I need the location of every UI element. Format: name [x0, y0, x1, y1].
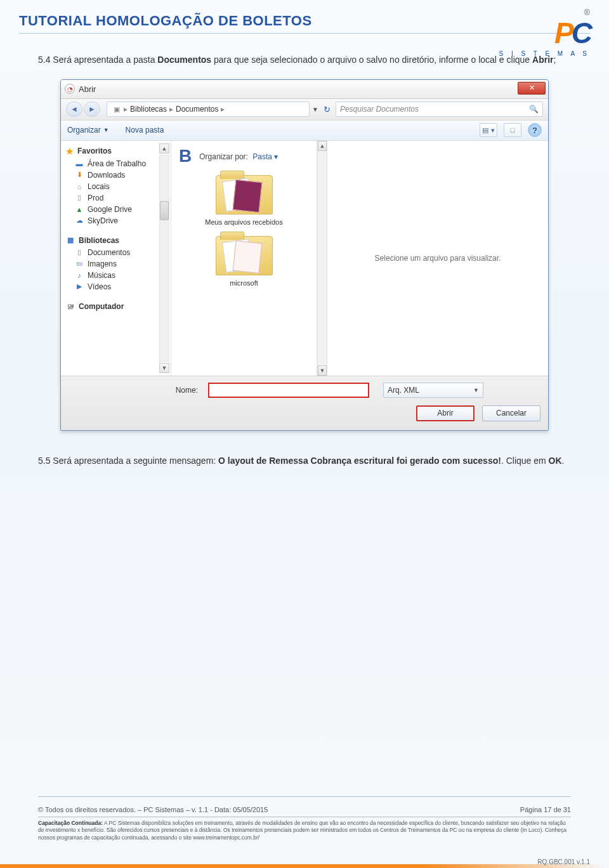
nav-item-downloads[interactable]: ⬇Downloads	[61, 169, 171, 181]
text: 5.5 Será apresentada a seguinte mensagem…	[38, 456, 218, 466]
nav-item-images[interactable]: ▭Imagens	[61, 258, 171, 270]
label: Downloads	[88, 171, 125, 180]
scroll-thumb[interactable]	[160, 201, 169, 220]
view-mode-button[interactable]: ▤ ▾	[480, 123, 497, 137]
arrange-by[interactable]: Organizar por: Pasta ▾	[199, 152, 278, 161]
scrollbar[interactable]	[159, 155, 169, 362]
label: SkyDrive	[88, 216, 118, 225]
text: para que seja selecionado o arquivo o sa…	[211, 55, 532, 65]
text-bold: O layout de Remessa Cobrança escritural …	[218, 456, 501, 466]
nav-item-skydrive[interactable]: ☁SkyDrive	[61, 215, 171, 227]
app-icon: ◔	[65, 84, 75, 94]
doc-icon: ▯	[75, 248, 84, 257]
label: Vídeos	[88, 282, 111, 291]
logo-subtitle: S I S T E M A S	[499, 50, 590, 57]
label: Organizar	[67, 126, 101, 135]
folder-icon	[216, 236, 273, 275]
open-button[interactable]: Abrir	[416, 405, 475, 421]
nav-libraries[interactable]: ▦Bibliotecas	[61, 234, 171, 247]
label: Documentos	[88, 248, 130, 257]
gdrive-icon: ▲	[75, 205, 84, 214]
step-5-4: 5.4 Será apresentada a pasta Documentos …	[38, 53, 571, 68]
places-icon: ⌂	[75, 182, 84, 191]
computer-icon: 🖳	[66, 302, 75, 311]
caption-text: A PC Sistemas disponibiliza soluções em …	[38, 820, 566, 841]
close-button[interactable]: ✕	[518, 82, 546, 95]
file-list: B Organizar por: Pasta ▾ Meus arquivos r…	[171, 141, 317, 376]
logo-c: C	[572, 16, 590, 49]
download-icon: ⬇	[75, 171, 84, 180]
breadcrumb[interactable]: ▣ ▸ Bibliotecas ▸ Documentos ▸	[107, 102, 310, 117]
image-icon: ▭	[75, 260, 84, 268]
folder-label: microsoft	[230, 279, 258, 287]
nav-item-videos[interactable]: ▶Vídeos	[61, 281, 171, 293]
forward-button[interactable]: ►	[84, 102, 100, 117]
folder-item[interactable]: Meus arquivos recebidos	[179, 175, 309, 226]
preview-pane-button[interactable]: □	[504, 123, 521, 137]
label: Prod	[88, 194, 103, 202]
label: Nova pasta	[126, 126, 164, 135]
refresh-icon[interactable]: ↻	[324, 105, 331, 114]
footer-divider	[38, 796, 571, 797]
label: Área de Trabalho	[88, 159, 146, 168]
help-button[interactable]: ?	[528, 123, 542, 137]
cloud-icon: ☁	[75, 216, 84, 225]
logo-p: P	[554, 16, 572, 49]
nav-pane: ▲ ▼ ★Favoritos ▬Área de Trabalho ⬇Downlo…	[61, 141, 171, 376]
label: Bibliotecas	[79, 236, 119, 245]
scroll-down-icon[interactable]: ▼	[318, 365, 327, 376]
preview-message: Selecione um arquivo para visualizar.	[375, 254, 501, 263]
label: Computador	[79, 302, 124, 311]
open-dialog: ◔ Abrir ✕ ◄ ► ▣ ▸ Bibliotecas ▸ Document…	[60, 79, 549, 431]
label: Abrir	[437, 409, 453, 418]
chevron-down-icon: ▼	[103, 127, 109, 133]
back-button[interactable]: ◄	[66, 102, 82, 117]
nav-item-places[interactable]: ⌂Locais	[61, 181, 171, 192]
filetype-select[interactable]: Arq. XML ▼	[383, 383, 483, 398]
label: Cancelar	[496, 409, 527, 418]
label: Google Drive	[88, 205, 132, 214]
star-icon: ★	[66, 147, 74, 156]
music-icon: ♪	[75, 271, 84, 280]
nav-computer[interactable]: 🖳Computador	[61, 300, 171, 313]
decorative-bar	[0, 864, 609, 868]
folder-icon: ▣	[112, 105, 121, 114]
breadcrumb-item[interactable]: Documentos	[176, 105, 218, 114]
nav-item-gdrive[interactable]: ▲Google Drive	[61, 204, 171, 215]
text: . Clique em	[501, 456, 549, 466]
label: Locais	[88, 182, 110, 191]
breadcrumb-item[interactable]: Bibliotecas	[130, 105, 167, 114]
dropdown-icon[interactable]: ▼	[312, 106, 318, 113]
search-input[interactable]: Pesquisar Documentos 🔍	[336, 102, 543, 117]
folder-item[interactable]: microsoft	[179, 236, 309, 287]
folder-label: Meus arquivos recebidos	[205, 218, 282, 226]
new-folder-button[interactable]: Nova pasta	[126, 126, 164, 135]
library-icon: ▦	[66, 236, 75, 245]
filename-input[interactable]	[208, 383, 369, 398]
window-title: Abrir	[79, 84, 96, 94]
cancel-button[interactable]: Cancelar	[482, 405, 540, 421]
nav-item-documents[interactable]: ▯Documentos	[61, 247, 171, 258]
scrollbar[interactable]: ▲ ▼	[317, 141, 327, 376]
nav-item-music[interactable]: ♪Músicas	[61, 270, 171, 281]
desktop-icon: ▬	[75, 159, 84, 168]
step-5-5: 5.5 Será apresentada a seguinte mensagem…	[38, 454, 571, 469]
doc-code: RQ.GBC.001 v.1.1	[537, 858, 590, 865]
filename-label: Nome:	[69, 386, 202, 395]
nav-item-prod[interactable]: ▯Prod	[61, 192, 171, 204]
search-icon: 🔍	[529, 105, 539, 114]
nav-favorites[interactable]: ★Favoritos	[61, 145, 171, 158]
preview-pane: Selecione um arquivo para visualizar.	[327, 141, 548, 376]
text: 5.4 Será apresentada a pasta	[38, 55, 157, 65]
label: Músicas	[88, 271, 115, 280]
organize-button[interactable]: Organizar ▼	[67, 126, 109, 135]
scroll-up-icon[interactable]: ▲	[318, 141, 327, 151]
bottom-bar: Nome: Arq. XML ▼ Abrir Cancelar	[61, 376, 548, 430]
value: Pasta	[252, 152, 272, 161]
nav-item-desktop[interactable]: ▬Área de Trabalho	[61, 158, 171, 169]
titlebar: ◔ Abrir ✕	[61, 80, 548, 99]
registered-icon: ®	[499, 8, 590, 17]
scroll-down-icon[interactable]: ▼	[159, 363, 169, 373]
caption-title: Capacitação Continuada:	[38, 820, 103, 826]
scroll-up-icon[interactable]: ▲	[159, 143, 169, 154]
